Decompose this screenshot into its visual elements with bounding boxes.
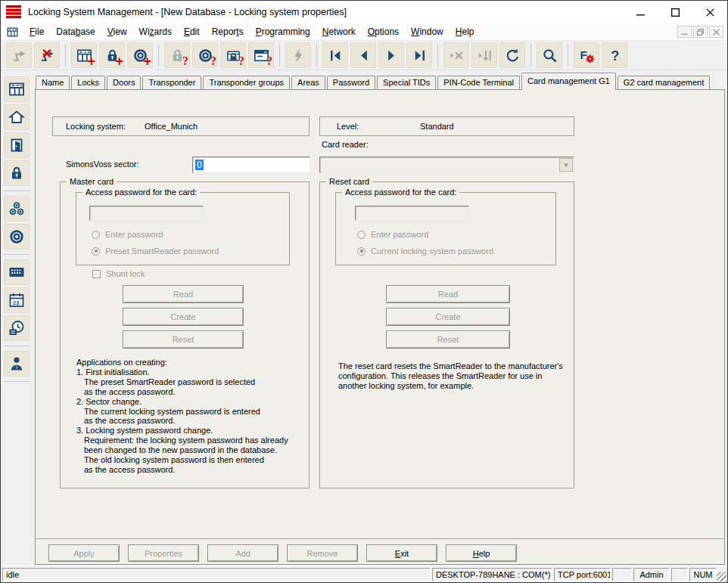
tab-transponder[interactable]: Transponder	[142, 76, 201, 89]
resize-grip-icon[interactable]	[717, 572, 726, 581]
nav-last-icon[interactable]	[406, 42, 432, 68]
tab-password[interactable]: Password	[327, 76, 375, 89]
menu-edit[interactable]: Edit	[178, 24, 206, 39]
mdi-minimize-button[interactable]	[677, 26, 692, 38]
refresh-icon[interactable]	[499, 42, 525, 68]
reset-password-input	[355, 206, 469, 221]
reset-read-button: Read	[386, 285, 510, 303]
maximize-button[interactable]	[658, 1, 692, 23]
radio-checked-icon	[92, 247, 100, 256]
new-transponder-icon[interactable]: +	[127, 42, 153, 68]
nav-first-icon[interactable]	[322, 42, 348, 68]
tab-name[interactable]: Name	[36, 76, 70, 89]
matrix-view-icon[interactable]	[4, 76, 30, 102]
radio-checked-icon	[357, 247, 366, 256]
calendar-icon[interactable]: 23	[4, 287, 30, 313]
search-icon[interactable]	[537, 42, 562, 68]
master-read-button: Read	[123, 285, 244, 303]
card-reader-label: Card reader:	[322, 140, 369, 149]
home-icon[interactable]	[4, 104, 30, 130]
shunt-lock-checkbox: Shunt lock	[92, 269, 145, 278]
window-title: Locking System Management - [New Databas…	[28, 7, 347, 17]
nav-prev-icon[interactable]	[350, 42, 376, 68]
user-icon[interactable]	[4, 351, 30, 377]
connect-icon	[6, 42, 32, 68]
master-card-group: Master card Access password for the card…	[60, 181, 310, 488]
read-transponder-icon[interactable]: ?	[192, 42, 218, 68]
tab-card-management-g1[interactable]: Card management G1	[521, 73, 616, 90]
matrix-dark-icon[interactable]	[4, 259, 30, 285]
transponder-icon[interactable]	[4, 224, 30, 250]
disconnect-icon[interactable]: ×	[34, 42, 60, 68]
menu-file[interactable]: File	[23, 24, 50, 39]
menu-view[interactable]: View	[101, 24, 133, 39]
toolbar-separator	[65, 44, 66, 67]
note-line: 3. Locking system password change.	[76, 426, 288, 436]
menu-programming[interactable]: Programming	[250, 24, 316, 39]
menu-network[interactable]: Network	[316, 24, 362, 39]
toolbar-separator	[568, 44, 568, 67]
menu-reports[interactable]: Reports	[206, 24, 250, 39]
minimize-button[interactable]	[623, 1, 658, 23]
tab-areas[interactable]: Areas	[291, 76, 325, 89]
help-icon[interactable]: ?	[602, 42, 627, 68]
new-lock-icon[interactable]: +	[99, 42, 125, 68]
nav-next-icon[interactable]	[378, 42, 404, 68]
help-button[interactable]: Help	[446, 544, 517, 562]
reset-card-legend: Reset card	[326, 177, 372, 186]
time-zone-icon[interactable]	[4, 315, 30, 341]
read-smartreader-icon[interactable]: ?	[220, 42, 246, 68]
menu-help[interactable]: Help	[450, 24, 481, 39]
menu-wizards[interactable]: Wizards	[133, 24, 178, 39]
mdi-restore-button[interactable]	[693, 26, 708, 38]
menubar: FileDatabaseViewWizardsEditReportsProgra…	[1, 23, 727, 41]
new-locking-system-icon[interactable]: +	[71, 42, 97, 68]
tab-transponder-groups[interactable]: Transponder groups	[203, 76, 290, 89]
reset-card-note: The reset card resets the SmartReader to…	[338, 361, 569, 391]
master-preset-password-radio: Preset SmartReader password	[92, 247, 219, 256]
status-empty-2	[671, 568, 688, 581]
svg-text:?: ?	[611, 48, 619, 63]
note-line: Applications on creating:	[76, 358, 288, 367]
tab-special-tids[interactable]: Special TIDs	[377, 76, 436, 89]
tabbar: NameLocksDoorsTransponderTransponder gro…	[36, 73, 711, 90]
app-window: Locking System Management - [New Databas…	[0, 0, 728, 583]
sidebar-separator	[3, 191, 30, 191]
x-badge-icon: ×	[35, 45, 59, 62]
filter-settings-icon[interactable]: F	[574, 42, 599, 68]
sector-input[interactable]: 0	[192, 157, 310, 173]
plus-badge-icon: +	[87, 54, 95, 68]
lock-icon[interactable]	[4, 160, 30, 186]
read-dialog-icon[interactable]: ?	[248, 42, 274, 68]
apply-button: Apply	[48, 544, 120, 562]
tab-g2-card-management[interactable]: G2 card management	[618, 76, 710, 89]
chevron-down-icon: ▼	[559, 158, 573, 172]
note-line: as the access password.	[76, 465, 288, 475]
status-user: Admin	[633, 568, 670, 581]
master-reset-button: Reset	[123, 330, 244, 349]
menu-database[interactable]: Database	[50, 24, 101, 39]
tab-locks[interactable]: Locks	[71, 76, 105, 89]
transponder-group-icon[interactable]	[4, 196, 30, 222]
close-button[interactable]	[692, 1, 727, 23]
status-num-lock: NUM	[689, 568, 717, 581]
tab-doors[interactable]: Doors	[107, 76, 141, 89]
exit-button[interactable]: Exit	[366, 544, 437, 562]
status-empty-1	[612, 568, 632, 581]
tab-pin-code-terminal[interactable]: PIN-Code Terminal	[437, 76, 520, 89]
toolbar: ×+++????F?	[1, 41, 727, 70]
menu-items: FileDatabaseViewWizardsEditReportsProgra…	[23, 24, 480, 39]
locking-system-box: Locking system: Office_Munich	[52, 116, 310, 136]
locking-system-properties-panel: Locking system: Office_Munich Level: Sta…	[35, 89, 725, 565]
menu-window[interactable]: Window	[405, 24, 450, 39]
question-badge-icon: ?	[182, 55, 188, 67]
sidebar-separator	[3, 381, 30, 382]
menu-options[interactable]: Options	[362, 24, 405, 39]
read-lock-icon[interactable]: ?	[164, 42, 190, 68]
mdi-close-button[interactable]	[709, 26, 723, 38]
titlebar: Locking System Management - [New Databas…	[1, 1, 727, 23]
door-icon[interactable]	[4, 132, 30, 158]
master-preset-password-label: Preset SmartReader password	[105, 247, 219, 256]
note-line: The old locking system password is then …	[76, 455, 288, 465]
status-tcp-port: TCP port:6001	[554, 568, 611, 581]
